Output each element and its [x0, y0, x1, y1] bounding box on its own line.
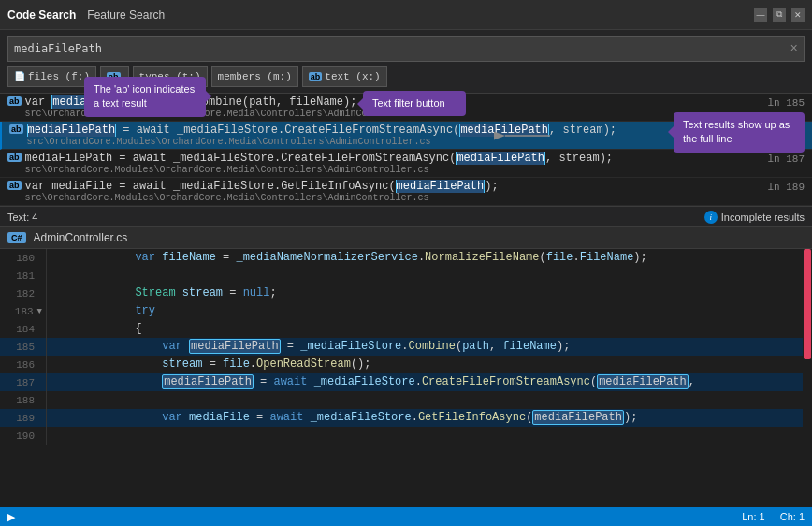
filter-row: 📄 files (f:) ab types (t:) members (m:) … — [7, 66, 805, 87]
result-content: var mediaFile = await _mediaFileStore.Ge… — [25, 180, 761, 203]
code-line-182: 182 Stream stream = null; — [0, 285, 812, 302]
result-content: mediaFilePath = await _mediaFileStore.Cr… — [25, 152, 761, 175]
code-line-184: 184 { — [0, 320, 812, 338]
lang-badge: C# — [7, 232, 26, 243]
result-item-left: ab var mediaFilePath = Path.Combine(path… — [7, 95, 760, 119]
play-icon[interactable]: ▶ — [7, 511, 15, 523]
bottom-bar: ▶ Ln: 1 Ch: 1 — [0, 507, 812, 526]
result-code-prefix: var — [25, 95, 52, 109]
result-item[interactable]: ab mediaFilePath = await _mediaFileStore… — [0, 122, 812, 150]
highlight-189: mediaFilePath — [532, 410, 624, 425]
line-gutter-189: 189 — [0, 409, 47, 427]
ab-filter-chip[interactable]: ab — [100, 66, 129, 87]
info-icon: i — [704, 211, 718, 224]
minimize-button[interactable]: — — [754, 8, 767, 22]
code-view[interactable]: 180 var fileName = _mediaNameNormalizerS… — [0, 249, 812, 526]
line-gutter-181: 181 — [0, 267, 47, 285]
result-line: var mediaFilePath = Path.Combine(path, f… — [25, 95, 761, 109]
line-content-188 — [47, 391, 812, 409]
ln-indicator: Ln: 1 — [742, 511, 764, 522]
line-content-182: Stream stream = null; — [47, 285, 812, 302]
code-line-187: 187 mediaFilePath = await _mediaFileStor… — [0, 373, 812, 391]
files-filter-chip[interactable]: 📄 files (f:) — [7, 66, 96, 87]
search-input-row: × — [7, 36, 805, 62]
result-code: = await _mediaFileStore.CreateFileFromSt… — [116, 124, 616, 137]
line-content-180: var fileName = _mediaNameNormalizerServi… — [47, 249, 812, 267]
result-path: src\OrchardCore.Modules\OrchardCore.Medi… — [25, 193, 761, 203]
result-item-left: ab var mediaFile = await _mediaFileStore… — [7, 180, 760, 203]
ch-indicator: Ch: 1 — [780, 511, 805, 522]
line-num-183: 183 — [0, 306, 34, 317]
result-item[interactable]: ab mediaFilePath = await _mediaFileStore… — [0, 150, 812, 178]
file-icon: 📄 — [14, 71, 25, 82]
members-filter-label: members (m:) — [218, 71, 292, 82]
highlight-187b: mediaFilePath — [597, 374, 689, 389]
line-gutter-185: 185 — [0, 338, 47, 356]
result-line: mediaFilePath = await _mediaFileStore.Cr… — [25, 152, 761, 165]
result-item-left: ab mediaFilePath = await _mediaFileStore… — [9, 124, 760, 147]
result-path: src\OrchardCore.Modules\OrchardCore.Medi… — [25, 165, 761, 175]
search-input[interactable] — [14, 42, 787, 55]
files-filter-label: files (f:) — [28, 71, 90, 82]
types-filter-chip[interactable]: types (t:) — [133, 66, 208, 87]
file-header: C# AdminController.cs — [0, 227, 812, 249]
title-bar: Code Search Feature Search — ⧉ ✕ — [0, 0, 812, 30]
line-content-189: var mediaFile = await _mediaFileStore.Ge… — [47, 409, 812, 427]
line-gutter-184: 184 — [0, 320, 47, 338]
result-item[interactable]: ab var mediaFile = await _mediaFileStore… — [0, 178, 812, 206]
text-filter-chip[interactable]: ab text (x:) — [302, 66, 387, 87]
scrollbar-track[interactable] — [803, 249, 812, 526]
result-code: var mediaFile = await _mediaFileStore.Ge… — [25, 180, 499, 193]
result-item[interactable]: ab var mediaFilePath = Path.Combine(path… — [0, 94, 812, 122]
ab-icon: ab — [7, 96, 22, 106]
code-line-186: 186 stream = file.OpenReadStream(); — [0, 356, 812, 373]
line-gutter-188: 188 — [0, 391, 47, 409]
ab-badge: ab — [107, 72, 121, 81]
result-item-left: ab mediaFilePath = await _mediaFileStore… — [7, 152, 760, 175]
line-content-183: try — [47, 302, 812, 320]
ab-icon: ab — [7, 181, 22, 190]
incomplete-text: Incomplete results — [721, 212, 805, 223]
line-content-181 — [47, 267, 812, 285]
line-content-186: stream = file.OpenReadStream(); — [47, 356, 812, 373]
result-lineno: ln 187 — [767, 124, 805, 137]
result-content: mediaFilePath = await _mediaFileStore.Cr… — [27, 124, 761, 147]
result-highlight: mediaFile — [51, 95, 114, 109]
result-highlight: mediaFilePath — [27, 124, 117, 137]
line-gutter-180: 180 — [0, 249, 47, 267]
line-content-185: var mediaFilePath = _mediaFileStore.Comb… — [47, 338, 812, 356]
collapse-arrow-183[interactable]: ▼ — [34, 307, 42, 316]
text-filter-ab-icon: ab — [309, 72, 323, 81]
status-bar: Text: 4 i Incomplete results — [0, 207, 812, 227]
main-container: Code Search Feature Search — ⧉ ✕ × 📄 fil… — [0, 0, 812, 526]
feature-search-tab[interactable]: Feature Search — [87, 8, 165, 22]
app-title: Code Search — [7, 8, 76, 22]
top-section: × 📄 files (f:) ab types (t:) members (m:… — [0, 30, 812, 94]
scrollbar-thumb[interactable] — [804, 249, 811, 359]
ab-icon: ab — [7, 153, 22, 162]
line-content-190 — [47, 427, 812, 445]
bottom-section: C# AdminController.cs 180 var fileName =… — [0, 227, 812, 526]
result-code: mediaFilePath = await _mediaFileStore.Cr… — [25, 152, 614, 165]
line-gutter-182: 182 — [0, 285, 47, 302]
code-line-183: 183 ▼ try — [0, 302, 812, 320]
line-gutter-187: 187 — [0, 373, 47, 391]
types-filter-label: types (t:) — [139, 71, 201, 82]
code-line-189: 189 var mediaFile = await _mediaFileStor… — [0, 409, 812, 427]
results-panel: Text results show up as the full line ab… — [0, 94, 812, 207]
bottom-bar-right: Ln: 1 Ch: 1 — [742, 511, 805, 522]
close-button[interactable]: ✕ — [791, 8, 805, 22]
line-gutter-183: 183 ▼ — [0, 302, 47, 320]
result-path: src\OrchardCore.Modules\OrchardCore.Medi… — [25, 109, 761, 119]
result-path: src\OrchardCore.Modules\OrchardCore.Medi… — [27, 137, 761, 147]
line-content-187: mediaFilePath = await _mediaFileStore.Cr… — [47, 373, 812, 391]
line-gutter-186: 186 — [0, 356, 47, 373]
restore-button[interactable]: ⧉ — [773, 8, 786, 22]
code-line-190: 190 — [0, 427, 812, 445]
result-line: mediaFilePath = await _mediaFileStore.Cr… — [27, 124, 761, 137]
search-clear-button[interactable]: × — [790, 41, 798, 56]
text-filter-label: text (x:) — [325, 71, 380, 82]
result-line: var mediaFile = await _mediaFileStore.Ge… — [25, 180, 761, 193]
members-filter-chip[interactable]: members (m:) — [211, 66, 298, 87]
code-line-181: 181 — [0, 267, 812, 285]
